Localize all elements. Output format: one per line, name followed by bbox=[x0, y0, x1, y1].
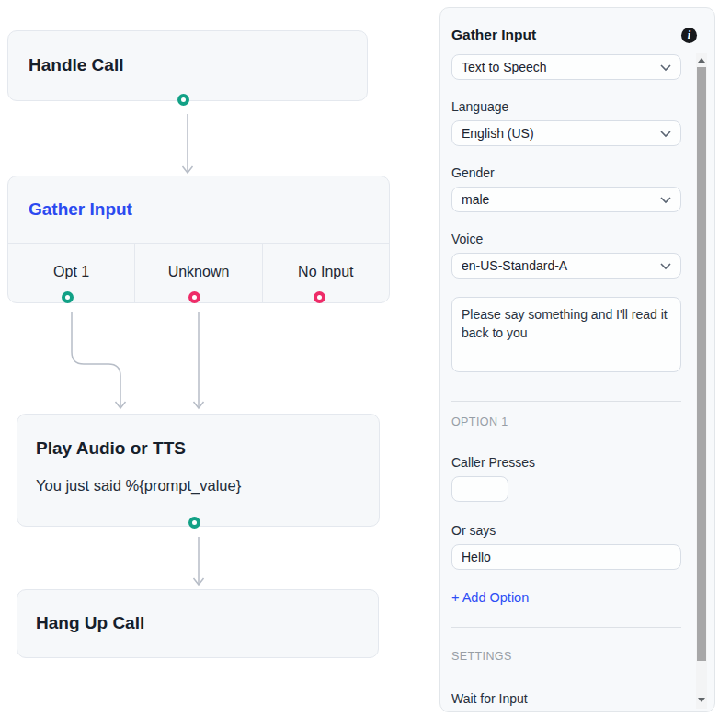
panel-header: Gather Input i bbox=[451, 27, 697, 43]
flow-canvas: Handle Call Gather Input Opt 1 Unknown N… bbox=[0, 0, 432, 728]
edge-opt1-to-play bbox=[72, 312, 120, 407]
port-no-input-out[interactable] bbox=[314, 291, 325, 303]
chevron-down-icon bbox=[660, 131, 671, 138]
port-unknown-out[interactable] bbox=[188, 291, 200, 303]
node-handle-call[interactable]: Handle Call bbox=[7, 30, 368, 101]
info-icon[interactable]: i bbox=[681, 28, 697, 43]
language-label: Language bbox=[451, 99, 681, 114]
node-title: Gather Input bbox=[8, 199, 132, 220]
node-title: Hang Up Call bbox=[17, 590, 378, 633]
port-play-audio-out[interactable] bbox=[188, 517, 200, 529]
node-hang-up-call[interactable]: Hang Up Call bbox=[17, 589, 379, 658]
node-title: Play Audio or TTS bbox=[17, 415, 379, 459]
or-says-label: Or says bbox=[451, 523, 681, 538]
panel-title: Gather Input bbox=[451, 27, 536, 43]
panel-scrollbar[interactable] bbox=[696, 53, 707, 709]
add-option-link[interactable]: + Add Option bbox=[451, 590, 529, 605]
caller-presses-input[interactable] bbox=[451, 476, 508, 502]
voice-select[interactable]: en-US-Standard-A bbox=[451, 253, 681, 279]
scrollbar-thumb[interactable] bbox=[697, 67, 706, 661]
port-handle-call-out[interactable] bbox=[177, 94, 189, 106]
select-value: Text to Speech bbox=[462, 60, 547, 74]
wait-for-input-label: Wait for Input bbox=[451, 691, 681, 706]
or-says-input[interactable] bbox=[451, 544, 681, 570]
node-play-audio[interactable]: Play Audio or TTS You just said %{prompt… bbox=[17, 414, 380, 527]
node-title: Handle Call bbox=[8, 31, 367, 75]
prompt-textarea[interactable]: Please say something and I'll read it ba… bbox=[451, 297, 681, 372]
section-divider bbox=[451, 627, 681, 628]
gender-select[interactable]: male bbox=[451, 187, 681, 212]
tts-type-select[interactable]: Text to Speech bbox=[451, 54, 681, 80]
section-divider bbox=[451, 401, 681, 402]
port-opt1-out[interactable] bbox=[62, 291, 74, 303]
properties-panel: Gather Input i Text to Speech Language E… bbox=[439, 7, 715, 712]
node-header: Gather Input bbox=[8, 176, 389, 244]
option1-section-heading: OPTION 1 bbox=[451, 415, 681, 428]
select-value: male bbox=[462, 192, 489, 207]
chevron-down-icon bbox=[660, 263, 671, 270]
voice-label: Voice bbox=[451, 232, 681, 246]
node-gather-input[interactable]: Gather Input Opt 1 Unknown No Input bbox=[7, 176, 390, 303]
chevron-down-icon bbox=[660, 197, 671, 204]
scroll-up-arrow-icon[interactable] bbox=[698, 58, 705, 63]
gender-label: Gender bbox=[451, 165, 681, 180]
select-value: English (US) bbox=[462, 126, 534, 141]
select-value: en-US-Standard-A bbox=[462, 258, 567, 273]
chevron-down-icon bbox=[660, 64, 671, 72]
scroll-down-arrow-icon[interactable] bbox=[698, 698, 705, 702]
settings-section-heading: SETTINGS bbox=[451, 650, 681, 663]
caller-presses-label: Caller Presses bbox=[451, 455, 681, 470]
language-select[interactable]: English (US) bbox=[451, 120, 681, 146]
option-label-no-input: No Input bbox=[262, 244, 389, 302]
node-subtitle: You just said %{prompt_value} bbox=[17, 459, 379, 495]
